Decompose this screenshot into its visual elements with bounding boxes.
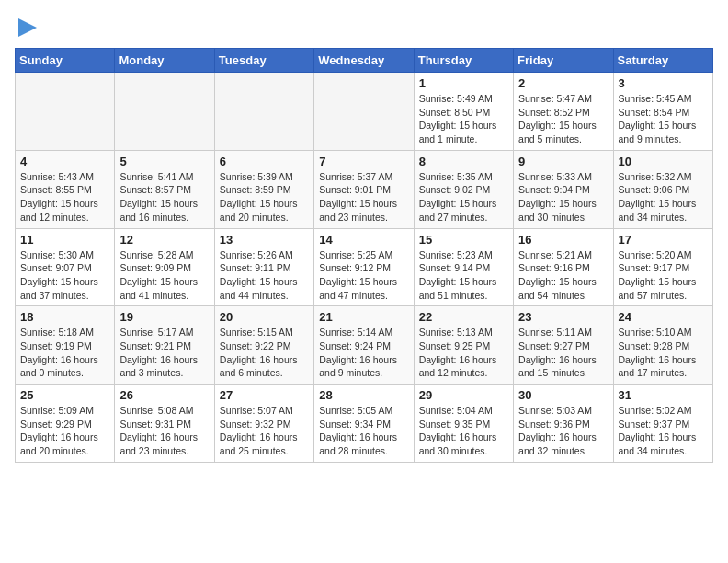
day-info: Sunrise: 5:15 AM Sunset: 9:22 PM Dayligh…: [220, 326, 309, 380]
day-cell: 7Sunrise: 5:37 AM Sunset: 9:01 PM Daylig…: [314, 150, 414, 228]
day-cell: 12Sunrise: 5:28 AM Sunset: 9:09 PM Dayli…: [115, 228, 214, 306]
day-number: 8: [419, 155, 508, 168]
day-number: 14: [319, 233, 408, 247]
logo: [15, 15, 37, 40]
calendar-header: SundayMondayTuesdayWednesdayThursdayFrid…: [16, 49, 713, 73]
day-info: Sunrise: 5:17 AM Sunset: 9:21 PM Dayligh…: [119, 326, 209, 380]
week-row-4: 18Sunrise: 5:18 AM Sunset: 9:19 PM Dayli…: [16, 306, 713, 385]
day-info: Sunrise: 5:09 AM Sunset: 9:29 PM Dayligh…: [20, 404, 109, 458]
day-cell: 24Sunrise: 5:10 AM Sunset: 9:28 PM Dayli…: [613, 306, 712, 385]
day-cell: 4Sunrise: 5:43 AM Sunset: 8:55 PM Daylig…: [16, 150, 115, 228]
day-cell: 23Sunrise: 5:11 AM Sunset: 9:27 PM Dayli…: [514, 306, 613, 385]
day-cell: 15Sunrise: 5:23 AM Sunset: 9:14 PM Dayli…: [414, 228, 513, 306]
header-cell-sunday: Sunday: [16, 49, 115, 73]
svg-marker-0: [18, 18, 37, 37]
day-number: 9: [518, 155, 608, 168]
day-cell: 3Sunrise: 5:45 AM Sunset: 8:54 PM Daylig…: [613, 73, 712, 151]
day-number: 6: [220, 155, 309, 168]
day-cell: 20Sunrise: 5:15 AM Sunset: 9:22 PM Dayli…: [214, 306, 313, 385]
day-info: Sunrise: 5:10 AM Sunset: 9:28 PM Dayligh…: [619, 326, 708, 380]
day-number: 24: [619, 310, 708, 324]
week-row-1: 1Sunrise: 5:49 AM Sunset: 8:50 PM Daylig…: [16, 73, 713, 151]
header-cell-friday: Friday: [514, 49, 613, 73]
logo-arrow-icon: [18, 18, 37, 37]
day-cell: 21Sunrise: 5:14 AM Sunset: 9:24 PM Dayli…: [314, 306, 414, 385]
day-info: Sunrise: 5:25 AM Sunset: 9:12 PM Dayligh…: [319, 248, 408, 303]
day-cell: 8Sunrise: 5:35 AM Sunset: 9:02 PM Daylig…: [414, 150, 513, 228]
day-info: Sunrise: 5:30 AM Sunset: 9:07 PM Dayligh…: [20, 248, 109, 303]
day-number: 29: [419, 388, 508, 402]
day-number: 22: [419, 310, 508, 324]
day-info: Sunrise: 5:37 AM Sunset: 9:01 PM Dayligh…: [319, 170, 408, 224]
day-number: 4: [20, 155, 109, 168]
day-info: Sunrise: 5:03 AM Sunset: 9:36 PM Dayligh…: [518, 404, 608, 458]
day-info: Sunrise: 5:28 AM Sunset: 9:09 PM Dayligh…: [119, 248, 209, 303]
day-number: 25: [20, 388, 109, 402]
day-info: Sunrise: 5:39 AM Sunset: 8:59 PM Dayligh…: [220, 170, 309, 224]
header-row: SundayMondayTuesdayWednesdayThursdayFrid…: [16, 49, 713, 73]
header-cell-thursday: Thursday: [414, 49, 513, 73]
day-number: 23: [518, 310, 608, 324]
day-cell: 9Sunrise: 5:33 AM Sunset: 9:04 PM Daylig…: [514, 150, 613, 228]
day-cell: 17Sunrise: 5:20 AM Sunset: 9:17 PM Dayli…: [613, 228, 712, 306]
day-number: 2: [518, 76, 608, 90]
day-info: Sunrise: 5:20 AM Sunset: 9:17 PM Dayligh…: [619, 248, 708, 303]
day-cell: 16Sunrise: 5:21 AM Sunset: 9:16 PM Dayli…: [514, 228, 613, 306]
day-cell: 14Sunrise: 5:25 AM Sunset: 9:12 PM Dayli…: [314, 228, 414, 306]
day-number: 18: [20, 310, 109, 324]
day-info: Sunrise: 5:35 AM Sunset: 9:02 PM Dayligh…: [419, 170, 508, 224]
day-number: 30: [518, 388, 608, 402]
day-cell: 30Sunrise: 5:03 AM Sunset: 9:36 PM Dayli…: [514, 385, 613, 463]
day-number: 21: [319, 310, 408, 324]
day-cell: [16, 73, 115, 151]
day-number: 28: [319, 388, 408, 402]
calendar-body: 1Sunrise: 5:49 AM Sunset: 8:50 PM Daylig…: [16, 73, 713, 463]
day-info: Sunrise: 5:07 AM Sunset: 9:32 PM Dayligh…: [220, 404, 309, 458]
day-info: Sunrise: 5:45 AM Sunset: 8:54 PM Dayligh…: [619, 92, 708, 146]
day-number: 31: [619, 388, 708, 402]
day-number: 11: [20, 233, 109, 247]
day-cell: 6Sunrise: 5:39 AM Sunset: 8:59 PM Daylig…: [214, 150, 313, 228]
day-cell: 2Sunrise: 5:47 AM Sunset: 8:52 PM Daylig…: [514, 73, 613, 151]
header-cell-wednesday: Wednesday: [314, 49, 414, 73]
day-number: 15: [419, 233, 508, 247]
day-info: Sunrise: 5:21 AM Sunset: 9:16 PM Dayligh…: [518, 248, 608, 303]
day-cell: [214, 73, 313, 151]
day-number: 7: [319, 155, 408, 168]
day-cell: 25Sunrise: 5:09 AM Sunset: 9:29 PM Dayli…: [16, 385, 115, 463]
day-info: Sunrise: 5:18 AM Sunset: 9:19 PM Dayligh…: [20, 326, 109, 380]
day-info: Sunrise: 5:14 AM Sunset: 9:24 PM Dayligh…: [319, 326, 408, 380]
day-number: 5: [119, 155, 209, 168]
day-cell: 13Sunrise: 5:26 AM Sunset: 9:11 PM Dayli…: [214, 228, 313, 306]
day-cell: 11Sunrise: 5:30 AM Sunset: 9:07 PM Dayli…: [16, 228, 115, 306]
page-header: [15, 15, 713, 40]
day-cell: 27Sunrise: 5:07 AM Sunset: 9:32 PM Dayli…: [214, 385, 313, 463]
day-number: 26: [119, 388, 209, 402]
day-cell: 18Sunrise: 5:18 AM Sunset: 9:19 PM Dayli…: [16, 306, 115, 385]
day-cell: 19Sunrise: 5:17 AM Sunset: 9:21 PM Dayli…: [115, 306, 214, 385]
day-info: Sunrise: 5:11 AM Sunset: 9:27 PM Dayligh…: [518, 326, 608, 380]
day-info: Sunrise: 5:33 AM Sunset: 9:04 PM Dayligh…: [518, 170, 608, 224]
day-cell: 26Sunrise: 5:08 AM Sunset: 9:31 PM Dayli…: [115, 385, 214, 463]
header-cell-monday: Monday: [115, 49, 214, 73]
day-info: Sunrise: 5:08 AM Sunset: 9:31 PM Dayligh…: [119, 404, 209, 458]
day-info: Sunrise: 5:32 AM Sunset: 9:06 PM Dayligh…: [619, 170, 708, 224]
day-info: Sunrise: 5:47 AM Sunset: 8:52 PM Dayligh…: [518, 92, 608, 146]
week-row-3: 11Sunrise: 5:30 AM Sunset: 9:07 PM Dayli…: [16, 228, 713, 306]
header-cell-tuesday: Tuesday: [214, 49, 313, 73]
day-number: 16: [518, 233, 608, 247]
calendar-table: SundayMondayTuesdayWednesdayThursdayFrid…: [15, 48, 713, 463]
day-cell: 5Sunrise: 5:41 AM Sunset: 8:57 PM Daylig…: [115, 150, 214, 228]
header-cell-saturday: Saturday: [613, 49, 712, 73]
day-cell: [314, 73, 414, 151]
day-number: 20: [220, 310, 309, 324]
day-info: Sunrise: 5:43 AM Sunset: 8:55 PM Dayligh…: [20, 170, 109, 224]
day-info: Sunrise: 5:04 AM Sunset: 9:35 PM Dayligh…: [419, 404, 508, 458]
day-cell: 10Sunrise: 5:32 AM Sunset: 9:06 PM Dayli…: [613, 150, 712, 228]
day-info: Sunrise: 5:13 AM Sunset: 9:25 PM Dayligh…: [419, 326, 508, 380]
day-number: 27: [220, 388, 309, 402]
day-cell: 29Sunrise: 5:04 AM Sunset: 9:35 PM Dayli…: [414, 385, 513, 463]
day-number: 1: [419, 76, 508, 90]
week-row-2: 4Sunrise: 5:43 AM Sunset: 8:55 PM Daylig…: [16, 150, 713, 228]
day-cell: 31Sunrise: 5:02 AM Sunset: 9:37 PM Dayli…: [613, 385, 712, 463]
